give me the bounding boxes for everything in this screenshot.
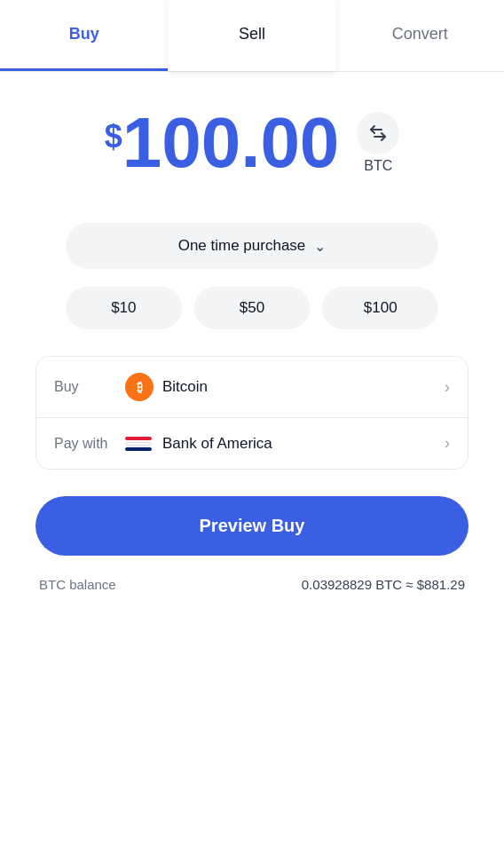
bank-of-america-icon — [125, 435, 154, 453]
tab-convert[interactable]: Convert — [336, 0, 504, 71]
purchase-type-dropdown[interactable]: One time purchase ⌄ — [66, 223, 438, 269]
swap-icon — [368, 123, 388, 143]
balance-footer: BTC balance 0.03928829 BTC ≈ $881.29 — [35, 577, 469, 592]
amount-value: 100.00 — [122, 107, 340, 178]
amount-display: $ 100.00 — [105, 107, 340, 178]
quick-amount-100[interactable]: $100 — [322, 287, 438, 329]
buy-label: Buy — [54, 379, 125, 395]
purchase-type-label: One time purchase — [178, 237, 306, 255]
tab-bar: Buy Sell Convert — [0, 0, 504, 72]
tab-buy[interactable]: Buy — [0, 0, 168, 71]
asset-name: Bitcoin — [162, 378, 208, 396]
chevron-right-icon: › — [445, 378, 450, 397]
currency-toggle: BTC — [357, 112, 399, 174]
btc-balance-value: 0.03928829 BTC ≈ $881.29 — [302, 577, 465, 592]
bitcoin-icon: ₿ — [125, 373, 154, 401]
btc-balance-label: BTC balance — [39, 577, 116, 592]
chevron-down-icon: ⌄ — [314, 238, 326, 255]
pay-with-label: Pay with — [54, 436, 125, 452]
pay-with-content: Bank of America — [125, 435, 445, 453]
pay-with-row[interactable]: Pay with Bank of America › — [36, 418, 468, 469]
buy-asset-content: ₿ Bitcoin — [125, 373, 445, 401]
quick-amount-10[interactable]: $10 — [66, 287, 182, 329]
main-content: $ 100.00 BTC One time purchase ⌄ $10 — [0, 72, 504, 610]
buy-asset-row[interactable]: Buy ₿ Bitcoin › — [36, 357, 468, 418]
quick-amount-50[interactable]: $50 — [194, 287, 311, 329]
amount-section: $ 100.00 BTC — [35, 107, 469, 178]
bank-name: Bank of America — [162, 435, 272, 453]
selection-card: Buy ₿ Bitcoin › Pay with Ban — [35, 356, 469, 470]
tab-sell[interactable]: Sell — [168, 0, 335, 71]
chevron-right-pay-icon: › — [445, 434, 450, 453]
purchase-type: One time purchase ⌄ — [66, 223, 438, 269]
currency-symbol: $ — [105, 118, 122, 155]
preview-buy-button[interactable]: Preview Buy — [35, 496, 469, 556]
currency-label: BTC — [364, 158, 392, 174]
currency-toggle-button[interactable] — [357, 112, 399, 154]
quick-amounts: $10 $50 $100 — [66, 287, 438, 329]
